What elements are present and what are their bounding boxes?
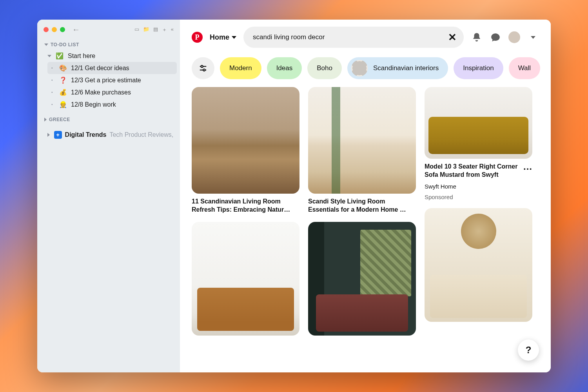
swatch-icon	[351, 60, 368, 76]
chevron-down-icon	[232, 36, 236, 39]
avatar[interactable]	[508, 31, 520, 43]
toolbar-folder-icon[interactable]: 📁	[143, 26, 149, 33]
main-content: P Home ✕ Modern	[180, 20, 551, 372]
dt-subtitle: Tech Product Reviews, …	[109, 131, 173, 138]
messages-icon[interactable]	[490, 31, 501, 43]
chevron-right-icon	[44, 118, 47, 122]
pin-image	[308, 87, 416, 194]
pin-card-sponsored[interactable]: Model 10 3 Seater Right Corner Sofa Must…	[425, 87, 532, 200]
pin-image	[308, 222, 416, 336]
home-label: Home	[210, 33, 229, 42]
filter-icon	[199, 64, 207, 73]
pin-image	[192, 222, 299, 336]
todo-item-price-estimate[interactable]: • ❓ 12/3 Get a price estimate	[47, 74, 177, 86]
help-button[interactable]: ?	[518, 339, 539, 361]
question-icon: ❓	[59, 76, 67, 84]
account-menu-button[interactable]	[527, 31, 539, 43]
item-label: Start here	[68, 53, 95, 60]
pin-card[interactable]: 11 Scandinavian Living Room Refresh Tips…	[192, 87, 299, 214]
section-label: GREECE	[49, 117, 70, 122]
sidebar: ← ▭ 📁 ▤ ＋ « TO-DO LIST ✅ Start here	[37, 20, 180, 372]
palette-icon: 🎨	[59, 64, 67, 72]
todo-sublist: • 🎨 12/1 Get decor ideas • ❓ 12/3 Get a …	[40, 62, 177, 111]
pin-image	[192, 87, 299, 194]
todo-item-make-purchases[interactable]: • 💰 12/6 Make purchases	[47, 86, 177, 98]
bullet-icon: •	[51, 66, 55, 70]
pin-image	[425, 208, 532, 322]
chip-wall[interactable]: Wall	[509, 57, 540, 79]
back-button[interactable]: ←	[72, 25, 80, 34]
worker-icon: 👷	[59, 101, 67, 108]
search-input[interactable]	[243, 27, 464, 48]
item-label: 12/6 Make purchases	[71, 89, 131, 96]
todo-item-begin-work[interactable]: • 👷 12/8 Begin work	[47, 98, 177, 111]
chip-inspiration[interactable]: Inspiration	[454, 57, 503, 79]
chip-scandinavian-interiors[interactable]: Scandinavian interiors	[347, 57, 448, 79]
pin-grid: 11 Scandinavian Living Room Refresh Tips…	[180, 87, 551, 347]
item-label: 12/3 Get a price estimate	[71, 77, 141, 84]
chevron-down-icon	[531, 36, 535, 39]
plus-badge-icon: +	[54, 131, 62, 139]
search-container: ✕	[243, 27, 464, 48]
close-window-button[interactable]	[44, 27, 49, 32]
pin-card[interactable]: Scandi Style Living Room Essentials for …	[308, 87, 416, 214]
traffic-lights	[44, 27, 65, 32]
bullet-icon: •	[51, 90, 55, 94]
chip-label: Scandinavian interiors	[373, 64, 439, 72]
pin-sponsored-label: Sponsored	[425, 194, 532, 200]
clear-search-button[interactable]: ✕	[448, 31, 457, 44]
pin-title: 11 Scandinavian Living Room Refresh Tips…	[192, 198, 299, 214]
item-label: 12/8 Begin work	[71, 101, 116, 108]
chevron-down-icon	[44, 44, 48, 46]
pin-card[interactable]	[425, 208, 532, 322]
toolbar-doc-icon[interactable]: ▤	[153, 26, 158, 33]
chip-modern[interactable]: Modern	[220, 57, 261, 79]
toolbar-collapse-icon[interactable]: «	[171, 26, 174, 33]
chip-row: Modern Ideas Boho Scandinavian interiors…	[180, 52, 551, 87]
pin-image	[425, 87, 532, 159]
checkbox-icon: ✅	[55, 52, 64, 60]
chevron-down-icon	[47, 55, 51, 57]
todo-item-decor-ideas[interactable]: • 🎨 12/1 Get decor ideas	[47, 62, 177, 74]
filter-button[interactable]	[192, 57, 214, 79]
item-label: 12/1 Get decor ideas	[71, 65, 129, 72]
main-header: P Home ✕	[180, 20, 551, 52]
toolbar-add-icon[interactable]: ＋	[162, 26, 167, 33]
bullet-icon: •	[51, 78, 55, 82]
svg-point-3	[203, 69, 205, 71]
svg-point-2	[201, 65, 203, 67]
chevron-right-icon	[47, 133, 51, 137]
moneybag-icon: 💰	[59, 89, 67, 96]
more-options-button[interactable]: …	[523, 161, 532, 172]
section-greece[interactable]: GREECE	[40, 114, 177, 125]
zoom-window-button[interactable]	[60, 27, 65, 32]
dt-title: Digital Trends	[65, 131, 107, 138]
home-button[interactable]: Home	[210, 33, 236, 42]
pin-card[interactable]	[308, 222, 416, 336]
bullet-icon: •	[51, 102, 55, 107]
section-todo-list[interactable]: TO-DO LIST	[40, 40, 177, 50]
chip-boho[interactable]: Boho	[307, 57, 342, 79]
toolbar-card-icon[interactable]: ▭	[134, 26, 139, 33]
minimize-window-button[interactable]	[52, 27, 57, 32]
pinterest-logo[interactable]: P	[192, 32, 203, 43]
notifications-icon[interactable]	[471, 31, 483, 43]
pin-author: Swyft Home	[425, 183, 532, 190]
section-label: TO-DO LIST	[51, 42, 79, 47]
titlebar: ← ▭ 📁 ▤ ＋ «	[37, 20, 180, 38]
pin-title: Scandi Style Living Room Essentials for …	[308, 198, 416, 214]
app-window: ← ▭ 📁 ▤ ＋ « TO-DO LIST ✅ Start here	[37, 20, 551, 372]
sidebar-item-start-here[interactable]: ✅ Start here	[40, 50, 177, 62]
pin-card[interactable]	[192, 222, 299, 336]
chip-ideas[interactable]: Ideas	[267, 57, 302, 79]
sidebar-item-digital-trends[interactable]: + Digital Trends Tech Product Reviews, …	[40, 129, 177, 141]
pin-title: Model 10 3 Seater Right Corner Sofa Must…	[425, 163, 519, 179]
